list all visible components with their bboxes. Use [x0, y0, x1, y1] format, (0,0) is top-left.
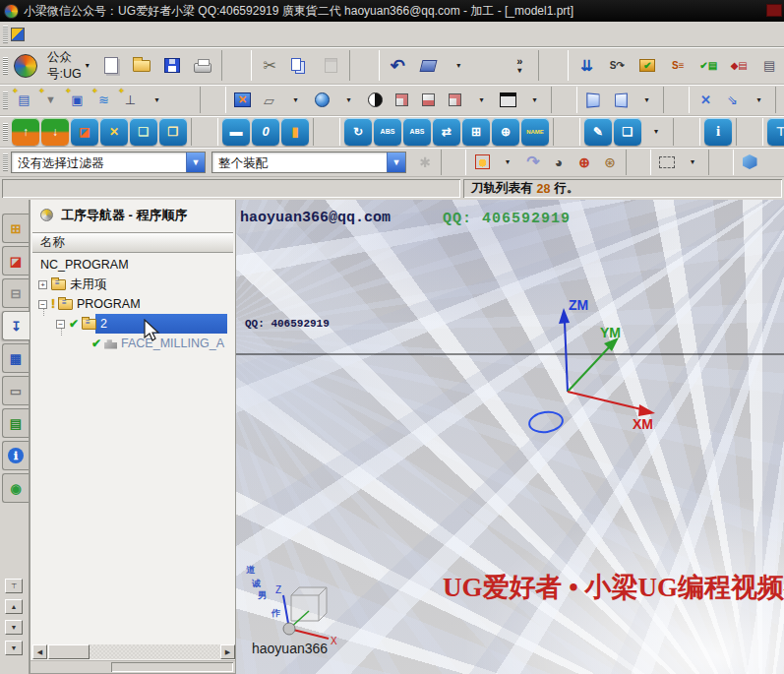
tree-row-2-selected[interactable]: − ✔ 2 — [32, 314, 233, 334]
open-file-button[interactable] — [127, 50, 157, 81]
tree-row-face-milling[interactable]: ✔ FACE_MILLING_A — [32, 334, 233, 353]
new-file-button[interactable] — [96, 50, 127, 81]
hand-pick-button[interactable]: ⊛ — [597, 150, 623, 175]
scrollbar-thumb[interactable] — [48, 644, 90, 659]
graphics-viewport[interactable]: haoyuan366@qq.com QQ: 406592919 QQ: 4065… — [236, 200, 784, 674]
macro-info-button[interactable]: i — [704, 118, 732, 146]
menu-analysis[interactable] — [152, 31, 166, 38]
postprocess-button[interactable]: S≡ — [663, 50, 694, 81]
close-button[interactable] — [766, 4, 782, 17]
create-dropdown[interactable]: ▾ — [144, 87, 170, 113]
macro-box-plus-button[interactable]: ⊞ — [462, 118, 490, 146]
start-menu-button[interactable]: 开始(小梁微信公众号:UG爱好者小梁) ▾ — [40, 47, 96, 85]
delete-filter-button[interactable]: ✕ — [693, 87, 719, 113]
simulate-machine-button[interactable]: ✔ — [633, 50, 663, 81]
rect-select-button[interactable] — [654, 150, 680, 175]
menu-edit[interactable] — [42, 31, 56, 38]
iso-view-button[interactable] — [389, 87, 415, 113]
rect-dropdown[interactable]: ▾ — [680, 150, 705, 175]
menu-information[interactable] — [139, 31, 152, 38]
quick-pick-button[interactable]: ◕ — [546, 150, 572, 175]
menu-help[interactable] — [208, 31, 221, 38]
internet-info-tab[interactable]: ℹ — [2, 441, 29, 470]
macro-face-button[interactable]: ▬ — [222, 118, 250, 146]
resbar-pin-button[interactable]: ⊤ — [5, 579, 23, 593]
background-dropdown[interactable]: ▾ — [521, 87, 548, 113]
create-geometry-button[interactable]: ▣ — [64, 87, 90, 113]
macro-brush-button[interactable]: ✎ — [584, 118, 612, 146]
display-mode-button[interactable] — [362, 87, 389, 113]
render-dropdown[interactable]: ▾ — [335, 87, 362, 113]
menu-youpin[interactable] — [125, 31, 139, 38]
show-cube-button[interactable] — [737, 150, 762, 175]
selection-pair-button[interactable]: ✱ — [412, 150, 438, 175]
menu-xiaoliang[interactable] — [221, 31, 235, 38]
move-dropdown[interactable]: ▾ — [746, 87, 772, 113]
macro-cube-button[interactable]: ❏ — [130, 118, 157, 146]
macro-abs-down-button[interactable]: ABS — [374, 118, 401, 146]
fit-view-button[interactable]: ✕ — [229, 87, 256, 113]
generate-toolpath-button[interactable]: ⇊ — [572, 50, 602, 81]
selection-scope-combo[interactable]: 整个装配 ▼ — [211, 152, 406, 173]
front-face-button[interactable] — [415, 87, 442, 113]
macro-down-button[interactable]: ↓ — [41, 118, 69, 146]
toolpath-list-button[interactable]: ▤ — [754, 50, 784, 81]
macro-press-button[interactable]: ⊤ — [767, 118, 784, 146]
menu-view[interactable] — [56, 31, 70, 38]
macro-up-button[interactable]: ↑ — [12, 118, 39, 146]
machine-tool-navigator-tab[interactable]: ▦ — [2, 343, 29, 373]
macro-cube-time-button[interactable]: ❐ — [159, 118, 187, 146]
integrated-sim-tab[interactable]: ▭ — [2, 376, 29, 405]
tree-row-program[interactable]: − ! PROGRAM — [32, 294, 233, 314]
create-operation-button[interactable]: ⊥ — [117, 87, 144, 113]
orient-dropdown[interactable]: ▾ — [468, 87, 495, 113]
save-button[interactable] — [157, 50, 188, 81]
collapse-minus-icon[interactable]: − — [38, 300, 47, 309]
print-button[interactable] — [188, 50, 218, 81]
snap-dropdown[interactable]: ▾ — [495, 150, 520, 175]
history-tab[interactable]: ▤ — [2, 408, 29, 438]
verify-toolpath-button[interactable]: S↷ — [602, 50, 633, 81]
render-style-button[interactable] — [309, 87, 335, 113]
part-navigator-tab[interactable]: ⊟ — [2, 278, 29, 308]
assembly-navigator-tab[interactable]: ⊞ — [2, 214, 29, 243]
resbar-last-button[interactable]: ▼ — [5, 641, 23, 655]
horizontal-scrollbar[interactable]: ◀ ▶ — [32, 644, 235, 659]
tree-row-nc-program[interactable]: NC_PROGRAM — [32, 255, 233, 275]
menu-window[interactable] — [180, 31, 194, 38]
macro-rotate-button[interactable]: ↻ — [344, 118, 372, 146]
macro-x-button[interactable]: ✕ — [100, 118, 128, 146]
undo-button[interactable]: ↶ — [383, 50, 413, 81]
transform-button[interactable] — [413, 50, 444, 81]
menu-assemblies[interactable] — [111, 31, 125, 38]
type-filter-combo[interactable]: 没有选择过滤器 ▼ — [11, 152, 206, 173]
resbar-down-button[interactable]: ▼ — [5, 620, 23, 635]
resbar-up-button[interactable]: ▲ — [5, 599, 23, 614]
operation-navigator-tab[interactable]: ↧ — [2, 311, 30, 340]
tree-row-unused[interactable]: + 未用项 — [32, 275, 233, 294]
constraint-navigator-tab[interactable]: ◪ — [2, 246, 29, 276]
paste-button[interactable] — [316, 50, 346, 81]
menu-insert[interactable] — [70, 31, 84, 38]
scroll-left-button[interactable]: ◀ — [32, 644, 47, 659]
scroll-right-button[interactable]: ▶ — [220, 644, 235, 659]
snapshot-button[interactable]: ▱ — [256, 87, 282, 113]
point-target-button[interactable]: ⊕ — [572, 150, 597, 175]
output-clsf-button[interactable]: ◆▤ — [724, 50, 754, 81]
macro-pin-button[interactable]: ▮ — [281, 118, 309, 146]
scrollbar-track[interactable] — [90, 644, 220, 659]
chevron-down-icon[interactable]: ▼ — [186, 153, 205, 172]
front-view-button[interactable] — [580, 87, 607, 113]
cut-button[interactable]: ✂ — [255, 50, 285, 81]
undo-selection-button[interactable]: ↷ — [520, 150, 546, 175]
menu-gc-toolbox[interactable] — [194, 31, 208, 38]
menu-format[interactable] — [84, 31, 97, 38]
snapshot-dropdown[interactable]: ▾ — [282, 87, 309, 113]
copy-button[interactable] — [285, 50, 316, 81]
view-dropdown[interactable]: ▾ — [633, 87, 660, 113]
macro-folder-dropdown[interactable]: ▾ — [642, 118, 670, 146]
macro-abs-up-button[interactable]: ABS — [403, 118, 431, 146]
side-view-button[interactable] — [607, 87, 633, 113]
macro-name-button[interactable]: NAME — [521, 118, 549, 146]
macro-target-button[interactable]: ⊕ — [492, 118, 519, 146]
